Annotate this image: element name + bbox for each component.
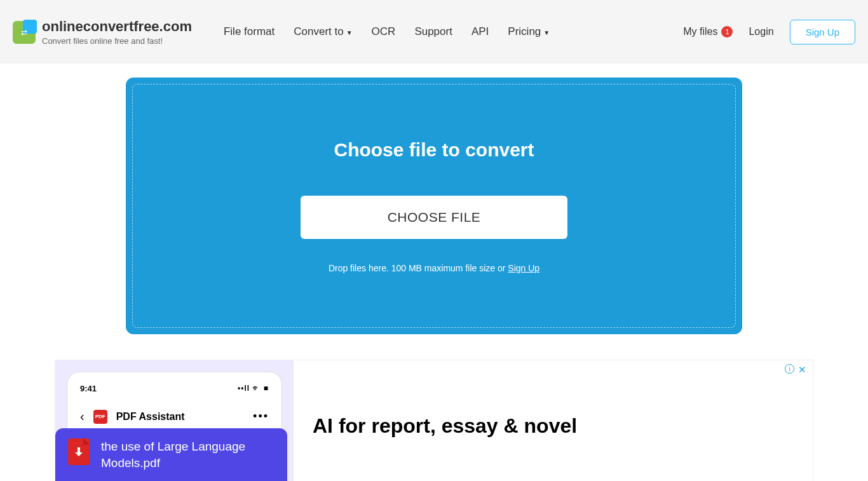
header: ⇄ onlineconvertfree.com Convert files on… <box>0 0 868 64</box>
choose-file-button[interactable]: CHOOSE FILE <box>301 196 567 239</box>
ad-file-card: the use of Large Language Models.pdf <box>55 428 287 481</box>
ad-close-icon[interactable]: ✕ <box>798 364 806 376</box>
login-link[interactable]: Login <box>749 26 773 37</box>
ad-container: 9:41 ••ll ᯤ ■ ‹ PDF PDF Assistant ••• th… <box>55 360 813 481</box>
my-files-label: My files <box>683 26 717 37</box>
upload-zone[interactable]: Choose file to convert CHOOSE FILE Drop … <box>126 78 742 334</box>
nav-ocr[interactable]: OCR <box>372 25 396 38</box>
upload-title: Choose file to convert <box>334 139 534 161</box>
drop-hint: Drop files here. 100 MB maximum file siz… <box>329 263 539 273</box>
nav-support[interactable]: Support <box>414 25 452 38</box>
nav-pricing[interactable]: Pricing ▼ <box>508 25 550 38</box>
logo-area[interactable]: ⇄ onlineconvertfree.com Convert files on… <box>13 18 192 46</box>
site-subtitle: Convert files online free and fast! <box>42 36 192 46</box>
logo-icon: ⇄ <box>13 21 36 44</box>
phone-status-icons: ••ll ᯤ ■ <box>238 384 269 393</box>
ad-info-icon[interactable]: i <box>785 364 794 374</box>
phone-app-title: PDF Assistant <box>116 411 185 423</box>
ad-controls: i ✕ <box>785 364 806 376</box>
drop-text-label: Drop files here. 100 MB maximum file siz… <box>329 263 508 273</box>
nav-api[interactable]: API <box>471 25 489 38</box>
upload-inner: Choose file to convert CHOOSE FILE Drop … <box>132 84 736 328</box>
back-icon: ‹ <box>80 409 85 424</box>
main-nav: File format Convert to ▼ OCR Support API… <box>224 25 550 38</box>
phone-status-bar: 9:41 ••ll ᯤ ■ <box>80 384 269 393</box>
nav-file-format[interactable]: File format <box>224 25 275 38</box>
phone-header: ‹ PDF PDF Assistant ••• <box>80 409 269 424</box>
pdf-app-icon: PDF <box>93 410 107 424</box>
ad-content[interactable]: i ✕ AI for report, essay & novel <box>294 360 813 481</box>
chevron-down-icon: ▼ <box>543 29 550 36</box>
nav-pricing-label: Pricing <box>508 25 541 38</box>
my-files-link[interactable]: My files 1 <box>683 26 733 37</box>
ad-phone-mock: 9:41 ••ll ᯤ ■ ‹ PDF PDF Assistant ••• th… <box>55 360 294 481</box>
nav-convert-to-label: Convert to <box>294 25 343 38</box>
chevron-down-icon: ▼ <box>346 29 353 36</box>
pdf-file-icon <box>68 438 90 465</box>
signup-button[interactable]: Sign Up <box>790 20 855 44</box>
right-nav: My files 1 Login Sign Up <box>683 20 855 44</box>
drop-signup-link[interactable]: Sign Up <box>508 263 539 273</box>
phone-time: 9:41 <box>80 384 97 393</box>
ad-headline: AI for report, essay & novel <box>313 414 794 438</box>
site-title: onlineconvertfree.com <box>42 18 192 35</box>
nav-convert-to[interactable]: Convert to ▼ <box>294 25 352 38</box>
more-icon: ••• <box>253 410 269 423</box>
ad-file-name: the use of Large Language Models.pdf <box>101 438 275 472</box>
files-badge: 1 <box>721 26 733 37</box>
